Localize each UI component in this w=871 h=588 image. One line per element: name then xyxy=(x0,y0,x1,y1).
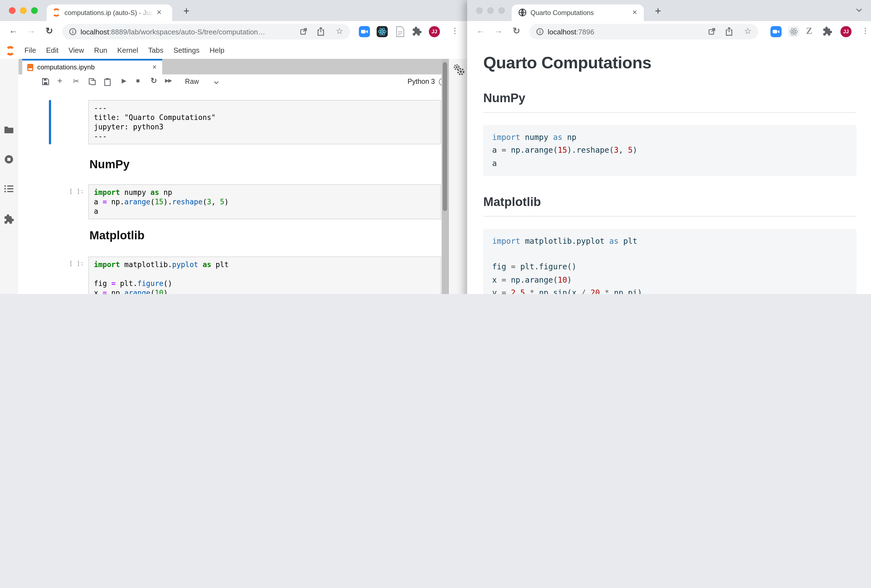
code-block-matplotlib: import matplotlib.pyplot as plt fig = pl… xyxy=(483,229,856,294)
url-text: localhost:8889/lab/workspaces/auto-S/tre… xyxy=(81,28,265,36)
notebook-tab[interactable]: computations.ipynb × xyxy=(22,59,162,75)
running-kernels-icon[interactable] xyxy=(4,154,14,167)
code-block-numpy: import numpy as npa = np.arange(15).resh… xyxy=(483,125,856,176)
tab-search-chevron-icon[interactable] xyxy=(856,8,862,12)
copy-cells-icon[interactable] xyxy=(88,78,96,88)
back-icon[interactable]: ← xyxy=(9,25,18,36)
share-icon[interactable] xyxy=(317,27,325,36)
selected-cell-bar[interactable] xyxy=(49,100,51,144)
menu-file[interactable]: File xyxy=(19,42,41,59)
cut-cells-icon[interactable]: ✂ xyxy=(73,77,79,85)
raw-cell-editor[interactable]: ---title: "Quarto Computations"jupyter: … xyxy=(88,100,441,144)
notebook-scrollbar[interactable] xyxy=(441,59,448,294)
zoom-window-button[interactable] xyxy=(498,7,505,14)
scrollbar-thumb[interactable] xyxy=(443,62,447,211)
new-tab-button[interactable]: + xyxy=(183,5,189,17)
close-window-button[interactable] xyxy=(9,7,16,14)
matplotlib-cell-editor[interactable]: import matplotlib.pyplot as plt fig = pl… xyxy=(88,257,441,294)
chevron-down-icon[interactable] xyxy=(214,81,219,84)
save-icon[interactable] xyxy=(42,78,49,88)
quarto-page: Quarto Computations NumPy import numpy a… xyxy=(467,42,871,294)
open-in-new-icon[interactable] xyxy=(299,27,308,36)
jupyterlab-browser-window: computations.ip (auto-S) - Jup × + ← → ↻… xyxy=(0,0,467,294)
markdown-heading-matplotlib[interactable]: Matplotlib xyxy=(90,229,144,242)
close-notebook-icon[interactable]: × xyxy=(153,63,157,71)
cell-prompt: [ ]: xyxy=(57,188,84,195)
reload-icon[interactable]: ↻ xyxy=(46,25,53,36)
extensions-puzzle-icon[interactable] xyxy=(412,27,422,38)
activity-sidebar xyxy=(0,59,19,294)
zoom-window-button[interactable] xyxy=(31,7,38,14)
docs-extension-icon[interactable] xyxy=(395,26,407,37)
cell-prompt: [ ]: xyxy=(57,260,84,267)
browser-toolbar-left: ← → ↻ localhost:8889/lab/workspaces/auto… xyxy=(0,21,467,43)
menu-view[interactable]: View xyxy=(64,42,89,59)
notebook-file-icon xyxy=(27,64,33,71)
file-browser-icon[interactable] xyxy=(4,125,14,137)
menu-kernel[interactable]: Kernel xyxy=(112,42,143,59)
bookmark-star-icon[interactable]: ☆ xyxy=(336,26,343,36)
browser-toolbar-right: ← → ↻ localhost:7896 ☆ Z JJ ⋮ xyxy=(467,21,871,43)
globe-favicon xyxy=(518,8,527,16)
react-devtools-extension-icon[interactable] xyxy=(788,26,799,37)
back-icon[interactable]: ← xyxy=(476,25,485,36)
zotero-extension-icon[interactable]: Z xyxy=(806,25,813,37)
close-window-button[interactable] xyxy=(476,7,483,14)
reload-icon[interactable]: ↻ xyxy=(513,25,520,36)
numpy-cell-editor[interactable]: import numpy as npa = np.arange(15).resh… xyxy=(88,184,441,219)
zoom-extension-icon[interactable] xyxy=(771,26,781,37)
browser-menu-icon[interactable]: ⋮ xyxy=(862,26,870,35)
react-devtools-extension-icon[interactable] xyxy=(377,26,388,37)
close-tab-icon[interactable]: × xyxy=(157,8,162,16)
address-bar[interactable]: localhost:8889/lab/workspaces/auto-S/tre… xyxy=(62,24,350,39)
markdown-heading-numpy[interactable]: NumPy xyxy=(90,158,130,171)
cell-type-dropdown[interactable]: Raw xyxy=(185,78,199,85)
stop-kernel-icon[interactable]: ■ xyxy=(136,77,140,84)
browser-tabbar-left: computations.ip (auto-S) - Jup × + xyxy=(0,0,467,21)
notebook-toolbar: + ✂ ▶ ■ ↻ ▶▶ Raw Python 3 xyxy=(18,75,441,91)
run-all-icon[interactable]: ▶▶ xyxy=(165,78,172,83)
browser-tab-quarto[interactable]: Quarto Computations × xyxy=(512,4,644,21)
tab-title: computations.ip (auto-S) - Jup xyxy=(64,9,153,16)
browser-tab-jupyter[interactable]: computations.ip (auto-S) - Jup × xyxy=(46,4,172,21)
profile-avatar[interactable]: JJ xyxy=(429,26,440,37)
menu-help[interactable]: Help xyxy=(204,42,229,59)
bookmark-star-icon[interactable]: ☆ xyxy=(744,26,751,36)
menu-tabs[interactable]: Tabs xyxy=(143,42,169,59)
extensions-puzzle-icon[interactable] xyxy=(823,27,832,38)
paste-cells-icon[interactable] xyxy=(104,78,111,88)
section-heading-matplotlib: Matplotlib xyxy=(483,195,856,216)
page-title: Quarto Computations xyxy=(483,53,856,72)
close-tab-icon[interactable]: × xyxy=(632,8,637,16)
menu-edit[interactable]: Edit xyxy=(41,42,64,59)
kernel-name[interactable]: Python 3 xyxy=(374,78,435,85)
jupyter-logo xyxy=(6,46,15,55)
restart-kernel-icon[interactable]: ↻ xyxy=(151,76,157,85)
browser-menu-icon[interactable]: ⋮ xyxy=(451,26,459,35)
site-info-icon[interactable] xyxy=(536,28,544,36)
notebook-tab-label: computations.ipynb xyxy=(37,63,95,71)
extension-manager-icon[interactable] xyxy=(4,214,14,227)
zoom-extension-icon[interactable] xyxy=(359,26,370,37)
new-tab-button[interactable]: + xyxy=(655,5,661,17)
forward-icon[interactable]: → xyxy=(494,25,503,36)
minimize-window-button[interactable] xyxy=(487,7,494,14)
minimize-window-button[interactable] xyxy=(20,7,27,14)
table-of-contents-icon[interactable] xyxy=(4,184,14,196)
jupyterlab-menubar: File Edit View Run Kernel Tabs Settings … xyxy=(0,42,467,60)
url-text: localhost:7896 xyxy=(548,28,594,36)
browser-tabbar-right: Quarto Computations × + xyxy=(467,0,871,21)
run-cell-icon[interactable]: ▶ xyxy=(122,77,126,84)
profile-avatar[interactable]: JJ xyxy=(840,26,852,37)
forward-icon[interactable]: → xyxy=(27,25,36,36)
settings-gears-icon[interactable] xyxy=(452,63,465,80)
address-bar[interactable]: localhost:7896 ☆ xyxy=(529,24,758,39)
open-in-new-icon[interactable] xyxy=(708,27,716,36)
menu-run[interactable]: Run xyxy=(89,42,112,59)
notebook-content: ---title: "Quarto Computations"jupyter: … xyxy=(18,90,441,294)
site-info-icon[interactable] xyxy=(69,28,77,36)
menu-settings[interactable]: Settings xyxy=(168,42,204,59)
share-icon[interactable] xyxy=(725,27,733,36)
right-sidebar-strip xyxy=(448,59,467,294)
add-cell-icon[interactable]: + xyxy=(57,76,63,86)
